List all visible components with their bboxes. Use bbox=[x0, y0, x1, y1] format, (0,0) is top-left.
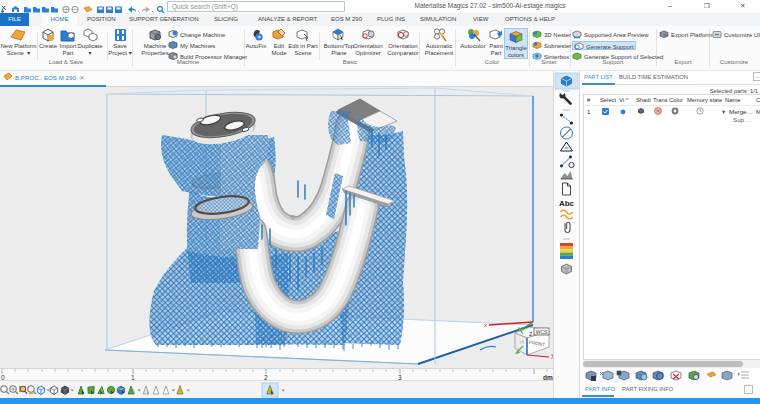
svg-text:Abc: Abc bbox=[559, 199, 575, 208]
svg-text:x: x bbox=[484, 322, 487, 328]
svg-text:WCS: WCS bbox=[536, 329, 548, 335]
